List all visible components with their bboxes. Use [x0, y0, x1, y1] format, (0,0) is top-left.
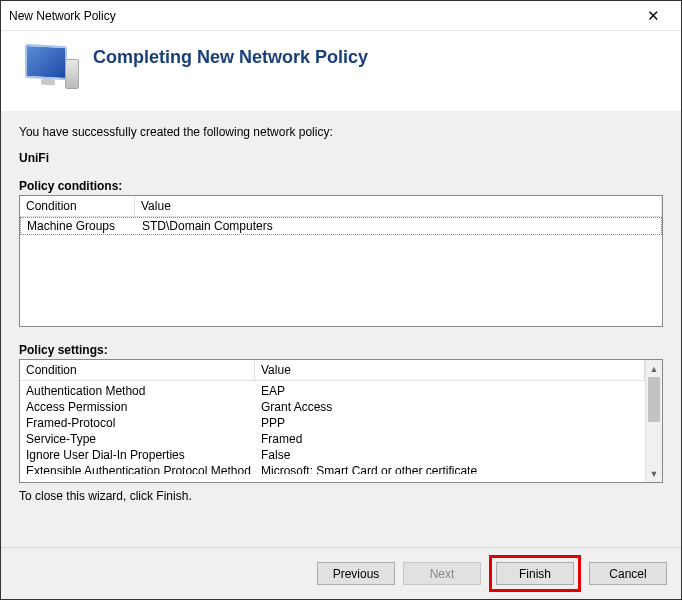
scroll-thumb[interactable] [648, 377, 660, 422]
intro-text: You have successfully created the follow… [19, 125, 663, 139]
titlebar: New Network Policy ✕ [1, 1, 681, 31]
table-row[interactable]: Machine Groups STD\Domain Computers [20, 217, 662, 235]
scroll-track[interactable] [646, 377, 662, 465]
conditions-header: Condition Value [20, 196, 662, 217]
table-row[interactable]: Extensible Authentication Protocol Metho… [20, 463, 645, 474]
page-title: Completing New Network Policy [93, 47, 368, 68]
hint-text: To close this wizard, click Finish. [19, 489, 663, 503]
close-icon[interactable]: ✕ [633, 7, 673, 25]
settings-list[interactable]: Condition Value Authentication Method EA… [19, 359, 663, 483]
conditions-header-condition[interactable]: Condition [20, 196, 135, 216]
scroll-up-icon[interactable]: ▲ [646, 360, 662, 377]
window-title: New Network Policy [9, 9, 633, 23]
value-cell: STD\Domain Computers [136, 218, 661, 234]
main-panel: You have successfully created the follow… [1, 111, 681, 511]
wizard-header: Completing New Network Policy [1, 31, 681, 111]
finish-button[interactable]: Finish [496, 562, 574, 585]
table-row[interactable]: Access Permission Grant Access [20, 399, 645, 415]
finish-highlight: Finish [489, 555, 581, 592]
scrollbar[interactable]: ▲ ▼ [645, 360, 662, 482]
settings-header: Condition Value [20, 360, 645, 381]
table-row[interactable]: Framed-Protocol PPP [20, 415, 645, 431]
table-row[interactable]: Service-Type Framed [20, 431, 645, 447]
conditions-label: Policy conditions: [19, 179, 663, 193]
policy-name: UniFi [19, 151, 663, 165]
cancel-button[interactable]: Cancel [589, 562, 667, 585]
next-button: Next [403, 562, 481, 585]
table-row[interactable]: Authentication Method EAP [20, 383, 645, 399]
settings-header-condition[interactable]: Condition [20, 360, 255, 380]
settings-header-value[interactable]: Value [255, 360, 645, 380]
condition-cell: Machine Groups [21, 218, 136, 234]
button-bar: Previous Next Finish Cancel [1, 547, 681, 599]
scroll-down-icon[interactable]: ▼ [646, 465, 662, 482]
conditions-header-value[interactable]: Value [135, 196, 662, 216]
conditions-list[interactable]: Condition Value Machine Groups STD\Domai… [19, 195, 663, 327]
computer-icon [19, 45, 81, 97]
previous-button[interactable]: Previous [317, 562, 395, 585]
settings-label: Policy settings: [19, 343, 663, 357]
table-row[interactable]: Ignore User Dial-In Properties False [20, 447, 645, 463]
